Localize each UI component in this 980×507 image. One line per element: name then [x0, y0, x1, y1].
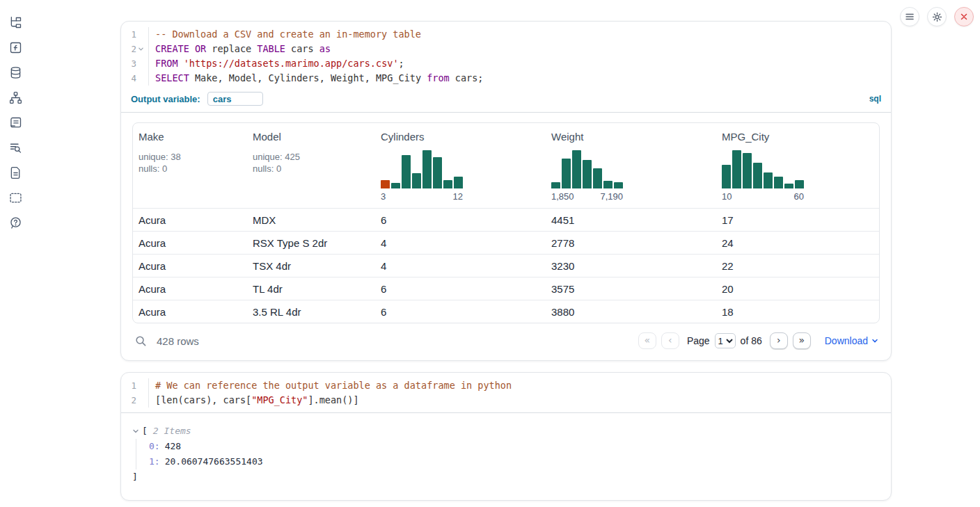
table-row[interactable]: AcuraTSX 4dr4323022: [133, 254, 879, 277]
notebook: 1-- Download a CSV and create an in-memo…: [120, 21, 892, 507]
pagination: « ‹ Page 1 of 86 › » Download: [633, 332, 878, 349]
page-label: Page: [687, 335, 710, 346]
table-cell: 17: [716, 214, 879, 226]
table-cell: 3.5 RL 4dr: [247, 306, 375, 318]
search-list-icon[interactable]: [7, 140, 24, 155]
column-name: Cylinders: [381, 131, 540, 143]
collapse-chevron-icon[interactable]: [132, 428, 139, 435]
fold-gutter: [136, 393, 145, 408]
search-icon[interactable]: [134, 335, 148, 347]
column-header[interactable]: Weight1,8507,190: [546, 123, 716, 208]
line-number: 3: [121, 56, 136, 71]
page-select[interactable]: 1: [715, 333, 736, 348]
histogram-axis: 312: [381, 191, 463, 202]
column-header[interactable]: Modelunique: 425nulls: 0: [247, 123, 375, 208]
prev-page-button[interactable]: ‹: [661, 332, 679, 349]
menu-icon[interactable]: [900, 7, 919, 26]
last-page-button[interactable]: »: [793, 332, 811, 349]
top-actions: [900, 7, 974, 26]
python-cell: 1# We can reference the output variable …: [120, 372, 892, 501]
table-cell: 4451: [546, 214, 716, 226]
histogram-bar: [551, 182, 560, 188]
column-header[interactable]: MPG_City1060: [716, 123, 879, 208]
document-icon[interactable]: [7, 165, 24, 180]
column-histogram: 1060: [722, 150, 874, 202]
code-line: 4SELECT Make, Model, Cylinders, Weight, …: [121, 71, 891, 86]
code-line: 2CREATE OR replace TABLE cars as: [121, 42, 891, 56]
tree-item: 0:428: [149, 439, 878, 454]
function-icon[interactable]: [7, 40, 24, 55]
line-number: 1: [121, 378, 136, 393]
table-cell: 3575: [546, 283, 716, 295]
python-output: [ 2 Items 0:4281:20.060747663551403 ]: [121, 413, 891, 500]
help-icon[interactable]: [7, 215, 24, 230]
sql-meta-row: Output variable: sql: [121, 90, 891, 112]
table-cell: 18: [716, 306, 879, 318]
dependency-graph-icon[interactable]: [7, 90, 24, 105]
file-tree-icon[interactable]: [7, 15, 24, 30]
settings-icon[interactable]: [927, 7, 947, 26]
histogram-axis: 1060: [722, 191, 804, 202]
scratchpad-icon[interactable]: [7, 115, 24, 130]
histogram-bar: [732, 150, 741, 188]
histogram-bar: [774, 177, 783, 188]
tree-item: 1:20.060747663551403: [149, 454, 878, 469]
column-stats: unique: 425nulls: 0: [253, 152, 370, 175]
table-cell: 22: [716, 260, 879, 272]
line-number: 4: [121, 71, 136, 86]
snippets-icon[interactable]: [7, 190, 24, 205]
table-header: Makeunique: 38nulls: 0Modelunique: 425nu…: [133, 123, 879, 208]
line-number: 2: [121, 42, 136, 56]
code-line: 1# We can reference the output variable …: [121, 378, 891, 393]
histogram-bar: [381, 180, 390, 188]
table-cell: 20: [716, 283, 879, 295]
table-cell: 6: [375, 214, 546, 226]
sql-code-editor[interactable]: 1-- Download a CSV and create an in-memo…: [121, 22, 891, 90]
table-cell: 6: [375, 306, 546, 318]
histogram-bar: [562, 159, 571, 188]
chevron-down-icon: [871, 337, 878, 344]
next-page-button[interactable]: ›: [770, 332, 788, 349]
download-button[interactable]: Download: [825, 335, 878, 346]
code-text: FROM 'https://datasets.marimo.app/cars.c…: [148, 56, 891, 71]
python-code-editor[interactable]: 1# We can reference the output variable …: [121, 373, 891, 412]
code-text: # We can reference the output variable a…: [148, 378, 891, 393]
tree-item-key: 0:: [149, 441, 160, 451]
code-text: CREATE OR replace TABLE cars as: [148, 42, 891, 56]
fold-chevron-icon[interactable]: [136, 42, 145, 56]
table-cell: 6: [375, 283, 546, 295]
output-variable-label: Output variable:: [131, 94, 200, 104]
table-body: AcuraMDX6445117AcuraRSX Type S 2dr427782…: [133, 208, 879, 323]
column-name: Make: [139, 131, 242, 143]
histogram-bar: [743, 153, 752, 188]
histogram-bar: [614, 182, 623, 188]
table-cell: Acura: [133, 283, 247, 295]
histogram-bar: [402, 155, 411, 188]
column-header[interactable]: Cylinders312: [375, 123, 546, 208]
sql-output: Makeunique: 38nulls: 0Modelunique: 425nu…: [121, 113, 891, 360]
table-cell: TSX 4dr: [247, 260, 375, 272]
histogram-bar: [784, 184, 793, 188]
data-table: Makeunique: 38nulls: 0Modelunique: 425nu…: [132, 122, 880, 323]
histogram-bar: [433, 157, 442, 188]
table-cell: 4: [375, 237, 546, 249]
first-page-button[interactable]: «: [638, 332, 656, 349]
download-label: Download: [825, 335, 868, 346]
output-variable-input[interactable]: [207, 92, 263, 106]
column-name: MPG_City: [722, 131, 874, 143]
table-row[interactable]: AcuraRSX Type S 2dr4277824: [133, 231, 879, 254]
column-stats: unique: 38nulls: 0: [139, 152, 242, 175]
histogram-bar: [391, 183, 400, 188]
shutdown-icon[interactable]: [954, 7, 974, 26]
table-row[interactable]: AcuraMDX6445117: [133, 208, 879, 231]
histogram-bars: [381, 150, 463, 188]
database-icon[interactable]: [7, 65, 24, 80]
histogram-bar: [764, 172, 773, 188]
page-total: of 86: [741, 335, 762, 346]
column-header[interactable]: Makeunique: 38nulls: 0: [133, 123, 247, 208]
table-row[interactable]: Acura3.5 RL 4dr6388018: [133, 300, 879, 323]
helper-panel-sidebar: [0, 0, 31, 507]
tree-entries: 0:4281:20.060747663551403: [136, 439, 878, 469]
table-cell: TL 4dr: [247, 283, 375, 295]
table-row[interactable]: AcuraTL 4dr6357520: [133, 277, 879, 300]
